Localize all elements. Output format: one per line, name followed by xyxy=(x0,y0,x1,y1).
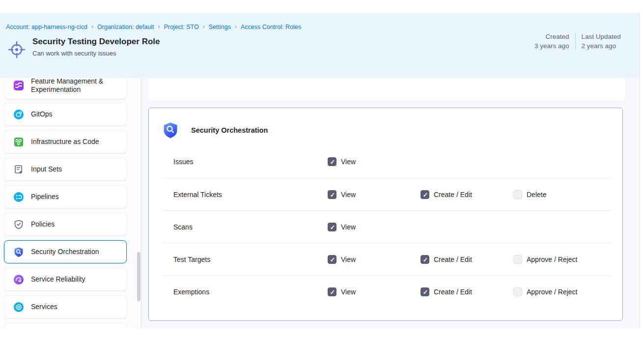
sidebar-item-label: Security Orchestration xyxy=(31,248,99,256)
content-area: Feature Management & Experimentation Git… xyxy=(0,78,640,328)
sidebar-item-label: Infrastructure as Code xyxy=(31,138,99,146)
last-updated-value: 2 years ago xyxy=(582,42,621,50)
sidebar-item-feature-management[interactable]: Feature Management & Experimentation xyxy=(4,78,127,99)
panel-header: Security Orchestration xyxy=(149,108,622,145)
sidebar-item-input-sets[interactable]: Input Sets xyxy=(4,158,127,181)
policies-icon xyxy=(13,219,24,230)
sidebar-item-pipelines[interactable]: Pipelines xyxy=(4,185,127,208)
checkbox-external-tickets-delete[interactable] xyxy=(513,190,522,199)
gitops-icon xyxy=(13,109,24,120)
panel-title: Security Orchestration xyxy=(191,126,268,134)
role-meta: Created 3 years ago Last Updated 2 years… xyxy=(534,33,621,50)
sidebar-item-partial[interactable] xyxy=(4,323,127,328)
breadcrumb-account[interactable]: Account: app-harness-ng-cicd xyxy=(6,24,87,30)
chevron-right-icon: › xyxy=(235,23,237,30)
permission-label: Create / Edit xyxy=(434,288,472,296)
permission-label: Create / Edit xyxy=(434,191,472,199)
security-orchestration-shield-icon xyxy=(163,122,178,139)
chevron-right-icon: › xyxy=(158,23,160,30)
permission-label: Approve / Reject xyxy=(527,256,578,263)
checkbox-test-targets-approve-reject[interactable] xyxy=(513,255,522,264)
checkbox-external-tickets-view[interactable] xyxy=(328,190,336,199)
sidebar-item-policies[interactable]: Policies xyxy=(4,213,127,236)
sidebar-item-label: Policies xyxy=(31,220,55,228)
sidebar-item-gitops[interactable]: GitOps xyxy=(4,103,127,126)
resource-label: External Tickets xyxy=(173,191,328,199)
page-title: Security Testing Developer Role xyxy=(32,37,160,47)
checkbox-issues-view[interactable] xyxy=(328,157,336,166)
sidebar-item-label: Service Reliability xyxy=(31,275,85,284)
created-label: Created xyxy=(546,33,569,40)
breadcrumb-settings[interactable]: Settings xyxy=(209,24,231,30)
permission-label: Approve / Reject xyxy=(527,288,578,296)
checkbox-test-targets-create-edit[interactable] xyxy=(420,255,429,264)
security-orchestration-icon xyxy=(13,247,24,257)
sidebar-main-divider xyxy=(141,78,141,328)
permission-label: View xyxy=(341,288,356,296)
sidebar-item-services[interactable]: Services xyxy=(4,295,127,318)
chevron-right-icon: › xyxy=(91,23,93,30)
service-reliability-icon xyxy=(13,274,24,285)
resource-label: Scans xyxy=(173,223,328,231)
resource-label: Test Targets xyxy=(173,256,328,263)
sidebar-item-label: Services xyxy=(31,303,57,311)
input-sets-icon xyxy=(13,164,24,175)
sidebar-item-security-orchestration[interactable]: Security Orchestration xyxy=(4,240,127,263)
sidebar-item-infrastructure-as-code[interactable]: Infrastructure as Code xyxy=(4,130,127,153)
permission-row-exemptions: Exemptions View Create / Edit Approve / … xyxy=(163,275,611,308)
role-target-icon xyxy=(7,40,26,59)
page-subtitle: Can work with security issues xyxy=(32,50,116,57)
permission-label: Delete xyxy=(527,191,546,199)
checkbox-exemptions-create-edit[interactable] xyxy=(420,287,429,296)
resource-label: Issues xyxy=(173,158,328,166)
breadcrumb-access-control-roles[interactable]: Access Control: Roles xyxy=(241,24,301,30)
chevron-right-icon: › xyxy=(203,23,205,30)
created-value: 3 years ago xyxy=(534,42,569,50)
checkbox-external-tickets-create-edit[interactable] xyxy=(420,190,429,199)
breadcrumb-organization[interactable]: Organization: default xyxy=(97,24,154,30)
sidebar-item-service-reliability[interactable]: Service Reliability xyxy=(4,268,127,291)
breadcrumb: Account: app-harness-ng-cicd › Organizat… xyxy=(6,24,301,30)
infrastructure-as-code-icon xyxy=(13,137,24,147)
security-orchestration-panel: Security Orchestration Issues View Exter… xyxy=(148,108,623,321)
permission-row-issues: Issues View xyxy=(163,145,611,178)
previous-section-card-partial xyxy=(148,78,625,101)
pipelines-icon xyxy=(13,192,24,202)
checkbox-scans-view[interactable] xyxy=(328,223,336,231)
feature-flags-icon xyxy=(13,80,24,91)
permission-label: View xyxy=(341,256,356,263)
last-updated-label: Last Updated xyxy=(582,33,621,40)
permission-row-scans: Scans View xyxy=(163,210,611,243)
permission-label: View xyxy=(341,158,356,166)
permission-label: Create / Edit xyxy=(434,256,472,263)
breadcrumb-project[interactable]: Project: STO xyxy=(164,24,198,30)
checkbox-test-targets-view[interactable] xyxy=(328,255,336,264)
permission-label: View xyxy=(341,191,356,199)
sidebar-item-label: Input Sets xyxy=(31,165,62,173)
checkbox-exemptions-view[interactable] xyxy=(328,287,336,296)
permission-label: View xyxy=(341,223,356,231)
sidebar-item-label: GitOps xyxy=(31,110,53,118)
permission-row-test-targets: Test Targets View Create / Edit Approve … xyxy=(163,243,611,275)
resource-label: Exemptions xyxy=(173,288,328,296)
sidebar-item-label: Pipelines xyxy=(31,193,59,201)
sidebar-scrollbar-thumb[interactable] xyxy=(137,252,140,301)
services-icon xyxy=(13,302,24,313)
sidebar-item-label: Feature Management & Experimentation xyxy=(31,78,119,94)
permission-row-external-tickets: External Tickets View Create / Edit Dele… xyxy=(163,178,611,210)
page-header: Account: app-harness-ng-cicd › Organizat… xyxy=(0,13,640,78)
checkbox-exemptions-approve-reject[interactable] xyxy=(513,287,522,296)
role-details-page: Account: app-harness-ng-cicd › Organizat… xyxy=(0,0,644,342)
